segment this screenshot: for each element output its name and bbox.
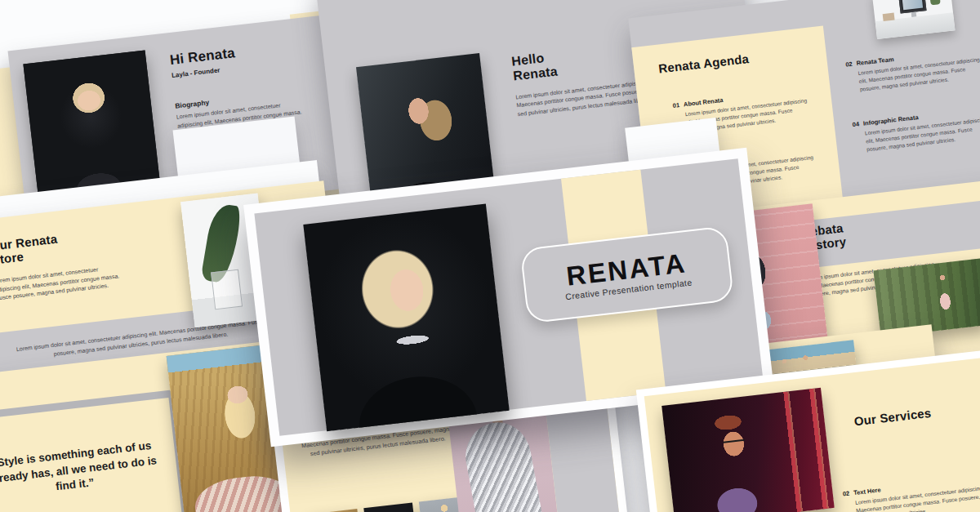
glass-shape [211, 269, 243, 310]
store-body: Lorem ipsum dolor sit amet, consectetuer… [0, 263, 125, 303]
photo-portrait-renata-main [303, 203, 509, 431]
services-item-2: 02Text Here Lorem ipsum dolor sit amet, … [842, 474, 980, 512]
services-title: Our Services [853, 407, 932, 429]
photo-desk-workspace [872, 0, 956, 39]
photo-gallery-thumb-1 [309, 509, 363, 512]
quote-box: “Style is something each of us already h… [0, 390, 190, 512]
photo-gallery-thumb-2 [363, 502, 417, 512]
template-preview-collage: Hi Renata Layla - Founder Biography Lore… [0, 0, 980, 512]
photo-portrait-layla [23, 51, 159, 196]
neon-sign-shape [773, 388, 834, 512]
quote-text: “Style is something each of us already h… [0, 431, 179, 510]
books-shape [883, 13, 895, 22]
photo-neon-portrait [662, 388, 834, 512]
brand-badge: RENATA Creative Presentation template [519, 225, 734, 323]
silver-dress-shape [460, 417, 546, 512]
agenda-item-4: 04Infographic Renata Lorem ipsum dolor s… [852, 105, 980, 154]
glasses-shape [724, 439, 745, 443]
agenda-item-2: 02Renata Team Lorem ipsum dolor sit amet… [845, 45, 980, 94]
plant-shape [929, 0, 941, 5]
store-title: Our Renata Store [0, 233, 60, 268]
